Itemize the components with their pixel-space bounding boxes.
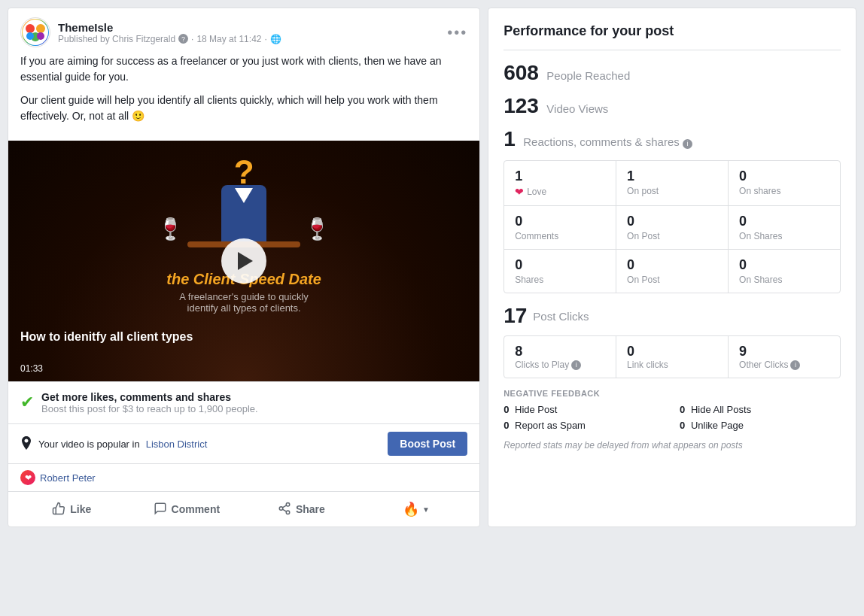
link-clicks-label: Link clicks — [627, 360, 717, 370]
action-buttons: Like Comment Share 🔥 ▼ — [8, 491, 479, 526]
hide-all-posts-item: 0 Hide All Posts — [680, 404, 841, 415]
comments-cell: 0 Comments — [504, 206, 616, 249]
svg-line-9 — [282, 509, 286, 511]
svg-point-7 — [279, 506, 283, 510]
reactions-num: 1 — [503, 127, 516, 150]
boost-post-button[interactable]: Boost Post — [388, 432, 467, 456]
other-clicks-cell: 9 Other Clicks i — [729, 336, 840, 378]
play-button[interactable] — [221, 238, 266, 284]
other-clicks-num: 9 — [739, 344, 829, 360]
stats-row-shares: 0 Shares 0 On Post 0 On Shares — [504, 250, 840, 293]
comment-button[interactable]: Comment — [129, 495, 245, 523]
reactions-on-post-num: 1 — [627, 168, 717, 184]
performance-panel: Performance for your post 608 People Rea… — [488, 8, 856, 527]
reactions-on-shares-label: On shares — [739, 186, 829, 196]
svg-point-8 — [286, 511, 290, 514]
comments-num: 0 — [515, 214, 605, 229]
other-clicks-label: Other Clicks i — [739, 360, 829, 370]
boost-heading: Get more likes, comments and shares — [41, 391, 258, 403]
stats-grid: 1 ❤ Love 1 On post 0 On shares — [503, 160, 841, 293]
clicks-detail: 8 Clicks to Play i 0 Link clicks 9 Other… — [503, 335, 841, 378]
heart-reaction-icon: ❤ — [20, 470, 35, 485]
post-header: ThemeIsle Published by Chris Fitzgerald … — [8, 8, 479, 53]
popular-link[interactable]: Lisbon District — [146, 438, 208, 450]
more-options-button[interactable]: ••• — [447, 24, 467, 41]
shares-label: Shares — [515, 275, 605, 285]
love-num: 1 — [515, 168, 605, 184]
like-label: Like — [70, 503, 91, 515]
performance-title: Performance for your post — [503, 23, 841, 50]
clicks-to-play-num: 8 — [515, 344, 605, 360]
shares-on-shares-label: On Shares — [739, 275, 829, 285]
video-views-num: 123 — [503, 94, 539, 117]
people-reached-num: 608 — [503, 61, 539, 84]
like-icon — [52, 502, 65, 517]
link-clicks-cell: 0 Link clicks — [616, 336, 729, 378]
reported-note: Reported stats may be delayed from what … — [503, 440, 841, 451]
reactions-on-shares-cell: 0 On shares — [729, 161, 840, 205]
stats-row-comments: 0 Comments 0 On Post 0 On Shares — [504, 206, 840, 250]
comment-label: Comment — [172, 503, 221, 515]
svg-line-10 — [282, 505, 286, 507]
published-by: Published by Chris Fitzgerald — [58, 34, 175, 44]
chevron-down-icon: ▼ — [422, 505, 430, 514]
comments-on-shares-label: On Shares — [739, 231, 829, 241]
globe-icon: 🌐 — [270, 34, 281, 44]
reactions-on-shares-num: 0 — [739, 168, 829, 184]
video-duration: 01:33 — [20, 363, 43, 374]
avatar — [20, 17, 50, 47]
post-date: 18 May at 11:42 — [196, 34, 261, 44]
like-button[interactable]: Like — [14, 495, 129, 523]
share-button[interactable]: Share — [244, 495, 359, 523]
post-clicks-stat: 17 Post Clicks — [503, 304, 841, 328]
love-heart-icon: ❤ — [515, 186, 524, 198]
svg-point-6 — [286, 502, 290, 506]
shares-num: 0 — [515, 257, 605, 273]
svg-point-4 — [26, 32, 34, 40]
help-badge[interactable]: ? — [178, 34, 188, 44]
comment-icon — [154, 502, 167, 517]
share-icon — [278, 502, 291, 517]
post-clicks-num: 17 — [503, 304, 527, 328]
shares-on-shares-cell: 0 On Shares — [729, 250, 840, 293]
popular-section: Your video is popular in Lisbon District… — [8, 423, 479, 463]
boost-action-button[interactable]: 🔥 ▼ — [359, 495, 474, 523]
shares-on-post-num: 0 — [627, 257, 717, 273]
video-views-stat: 123 Video Views — [503, 94, 841, 118]
video-bottom-text: How to idenitfy all client types — [20, 330, 193, 344]
stats-row-reactions: 1 ❤ Love 1 On post 0 On shares — [504, 161, 840, 206]
post-para2: Our client guide will help you identify … — [20, 93, 467, 124]
other-clicks-info-icon[interactable]: i — [790, 360, 800, 370]
love-label: ❤ Love — [515, 186, 605, 198]
shares-cell: 0 Shares — [504, 250, 616, 293]
negative-feedback-grid: 0 Hide Post 0 Hide All Posts 0 Report as… — [503, 404, 841, 431]
post-clicks-label: Post Clicks — [533, 310, 589, 323]
comments-on-shares-num: 0 — [739, 214, 829, 229]
negative-feedback-header: NEGATIVE FEEDBACK — [503, 389, 841, 398]
post-para1: If you are aiming for success as a freel… — [20, 53, 467, 85]
video-views-label: Video Views — [546, 102, 608, 115]
fire-icon: 🔥 — [403, 501, 419, 517]
love-cell: 1 ❤ Love — [504, 161, 616, 205]
unlike-page-item: 0 Unlike Page — [680, 420, 841, 431]
reactions-on-post-cell: 1 On post — [616, 161, 729, 205]
clicks-to-play-cell: 8 Clicks to Play i — [504, 336, 616, 378]
location-icon — [20, 436, 32, 451]
post-author[interactable]: ThemeIsle — [58, 21, 281, 34]
reactions-info-icon[interactable]: i — [683, 139, 692, 149]
video-player[interactable]: ? 🍷 🍷 the Client Speed Da — [8, 141, 479, 381]
clicks-to-play-info-icon[interactable]: i — [571, 360, 581, 370]
people-reached-label: People Reached — [546, 69, 630, 82]
post-card: ThemeIsle Published by Chris Fitzgerald … — [8, 8, 480, 527]
boost-section: ✔ Get more likes, comments and shares Bo… — [8, 381, 479, 423]
report-as-spam-num: 0 — [503, 420, 509, 431]
video-title-sub: A freelancer's guide to quickly identify… — [8, 291, 479, 314]
hide-post-item: 0 Hide Post — [503, 404, 665, 415]
reactions-label: Reactions, comments & shares i — [523, 135, 692, 148]
comments-on-post-cell: 0 On Post — [616, 206, 729, 249]
reactor-name[interactable]: Robert Peter — [40, 472, 96, 484]
reactions-bar: ❤ Robert Peter — [8, 463, 479, 491]
clicks-to-play-label: Clicks to Play i — [515, 360, 605, 370]
report-as-spam-item: 0 Report as Spam — [503, 420, 665, 431]
post-text: If you are aiming for success as a freel… — [8, 53, 479, 141]
